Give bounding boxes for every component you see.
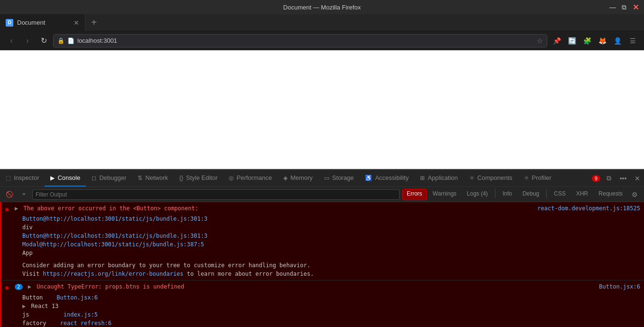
console-settings-button[interactable]: ⚙ — [629, 189, 640, 200]
tab-components-label: Components — [477, 174, 513, 181]
console-error-entry-1: ● ▶ The above error occurred in the <But… — [0, 202, 644, 280]
profiler-icon: ⚛ — [524, 175, 529, 181]
tab-performance-label: Performance — [236, 174, 271, 181]
filter-divider-2 — [546, 189, 547, 198]
tab-memory[interactable]: ◈ Memory — [278, 170, 318, 187]
bookmark-icon[interactable]: ☆ — [537, 37, 543, 45]
tab-debugger-label: Debugger — [99, 174, 126, 181]
index-js-link[interactable]: index.js:5 — [64, 311, 98, 318]
firefox-extension-button[interactable]: 🦊 — [596, 34, 609, 47]
page-icon: 📄 — [67, 37, 75, 44]
tab-network-label: Network — [145, 174, 168, 181]
collapse-arrow-1[interactable]: ▶ — [15, 205, 18, 212]
stack-line-5: App — [22, 249, 640, 257]
tab-profiler-label: Profiler — [532, 174, 551, 181]
tab-components[interactable]: ⚛ Components — [464, 170, 518, 187]
react-refresh-link[interactable]: react refresh:6 — [60, 320, 111, 327]
components-icon: ⚛ — [469, 175, 475, 181]
error-main-text-1: ▶ The above error occurred in the <Butto… — [15, 205, 198, 212]
new-tab-button[interactable]: + — [85, 14, 103, 31]
tab-storage-label: Storage — [332, 174, 354, 181]
error-icon-2: ● — [5, 283, 9, 292]
error-source-link-2[interactable]: Button.jsx:6 — [599, 282, 640, 291]
error-badge-2: 2 — [15, 284, 23, 290]
browser-tab[interactable]: D Document ✕ — [0, 14, 85, 31]
collapse-arrow-2[interactable]: ▶ — [28, 283, 31, 290]
filter-debug-button[interactable]: Debug — [518, 189, 543, 200]
tab-inspector[interactable]: ⬚ Inspector — [0, 170, 45, 187]
address-bar[interactable]: 🔒 📄 localhost:3001 ☆ — [53, 34, 547, 47]
tab-style-editor-label: Style Editor — [186, 174, 217, 181]
stack-line-1[interactable]: Button@http://localhost:3001/static/js/b… — [22, 215, 640, 223]
navbar: ‹ › ↻ 🔒 📄 localhost:3001 ☆ 📌 🔄 🧩 🦊 👤 ☰ — [0, 31, 644, 50]
filter-input[interactable] — [32, 189, 400, 200]
error-source-link-1[interactable]: react-dom.development.js:18525 — [537, 204, 640, 213]
filter-errors-button[interactable]: Errors — [402, 189, 427, 200]
error-note-line-1: Consider adding an error boundary to you… — [22, 261, 640, 270]
extension-button[interactable]: 🧩 — [580, 34, 594, 47]
close-button[interactable]: ✕ — [632, 3, 639, 11]
menu-button[interactable]: ☰ — [626, 34, 639, 47]
network-icon: ⇅ — [138, 175, 142, 181]
dock-toggle-button[interactable]: ⧉ — [602, 172, 616, 185]
tab-console-label: Console — [57, 174, 80, 181]
error-stack-2: Button Button.jsx:6 ▶ React 13 js index.… — [15, 293, 640, 327]
minimize-button[interactable]: — — [609, 3, 616, 11]
profile-button[interactable]: 👤 — [611, 34, 624, 47]
tab-accessibility[interactable]: ♿ Accessibility — [359, 170, 414, 187]
sync-button[interactable]: 🔄 — [565, 34, 579, 47]
stack2-line-2: ▶ React 13 — [22, 302, 640, 310]
devtools-tab-bar: ⬚ Inspector ▶ Console ◻ Debugger ⇅ Netwo… — [0, 170, 644, 187]
button-jsx-link[interactable]: Button.jsx:6 — [56, 294, 98, 301]
filter-logs-button[interactable]: Logs (4) — [463, 189, 492, 200]
back-button[interactable]: ‹ — [5, 34, 18, 47]
title: Document — Mozilla Firefox — [283, 4, 361, 11]
filter-xhr-button[interactable]: XHR — [572, 189, 592, 200]
tab-profiler[interactable]: ⚛ Profiler — [518, 170, 557, 187]
performance-icon: ◎ — [229, 175, 233, 181]
window-controls: — ⧉ ✕ — [609, 3, 639, 11]
storage-icon: ▭ — [324, 175, 329, 181]
stack2-line-4: factory react refresh:6 — [22, 319, 640, 327]
react-collapse[interactable]: ▶ — [22, 303, 26, 309]
filter-warnings-button[interactable]: Warnings — [429, 189, 461, 200]
console-filter-buttons: Errors Warnings Logs (4) Info Debug CSS … — [402, 189, 640, 200]
reload-button[interactable]: ↻ — [37, 34, 50, 47]
tab-console[interactable]: ▶ Console — [45, 170, 86, 187]
tab-close-button[interactable]: ✕ — [74, 19, 79, 27]
accessibility-icon: ♿ — [365, 175, 372, 181]
error-note: Consider adding an error boundary to you… — [15, 261, 640, 278]
devtools-more-button[interactable]: ••• — [616, 172, 630, 185]
stack-line-3[interactable]: Button@http://localhost:3001/static/js/b… — [22, 232, 640, 240]
tab-performance[interactable]: ◎ Performance — [223, 170, 277, 187]
error-note-line-2: Visit https://reactjs.org/link/error-bou… — [22, 270, 640, 278]
tab-debugger[interactable]: ◻ Debugger — [86, 170, 132, 187]
filter-requests-button[interactable]: Requests — [594, 189, 627, 200]
error-stack: Button@http://localhost:3001/static/js/b… — [15, 215, 640, 257]
stack-line-2: div — [22, 223, 640, 232]
pocket-button[interactable]: 📌 — [550, 34, 563, 47]
error-boundary-link[interactable]: https://reactjs.org/link/error-boundarie… — [43, 271, 183, 277]
tab-network[interactable]: ⇅ Network — [132, 170, 174, 187]
devtools-right-buttons: 9 ⧉ ••• ✕ — [592, 170, 644, 187]
clear-console-button[interactable]: 🚫 — [4, 189, 15, 200]
debugger-icon: ◻ — [92, 175, 96, 181]
tab-storage[interactable]: ▭ Storage — [318, 170, 360, 187]
restore-button[interactable]: ⧉ — [620, 3, 628, 11]
filter-info-button[interactable]: Info — [498, 189, 516, 200]
filter-icon: ⚬ — [18, 189, 29, 200]
devtools-close-button[interactable]: ✕ — [631, 172, 644, 185]
tab-application[interactable]: ⊞ Application — [414, 170, 464, 187]
console-icon: ▶ — [50, 175, 55, 181]
tab-accessibility-label: Accessibility — [375, 174, 409, 181]
tab-style-editor[interactable]: {} Style Editor — [174, 170, 224, 187]
filter-css-button[interactable]: CSS — [550, 189, 570, 200]
forward-button[interactable]: › — [21, 34, 34, 47]
titlebar: Document — Mozilla Firefox — ⧉ ✕ — [0, 0, 644, 14]
stack-line-4[interactable]: Modal@http://localhost:3001/static/js/bu… — [22, 240, 640, 249]
memory-icon: ◈ — [283, 175, 288, 181]
security-icon: 🔒 — [57, 37, 65, 44]
style-editor-icon: {} — [179, 175, 183, 181]
tab-title: Document — [17, 19, 70, 26]
console-toolbar: 🚫 ⚬ Errors Warnings Logs (4) Info Debug … — [0, 187, 644, 202]
